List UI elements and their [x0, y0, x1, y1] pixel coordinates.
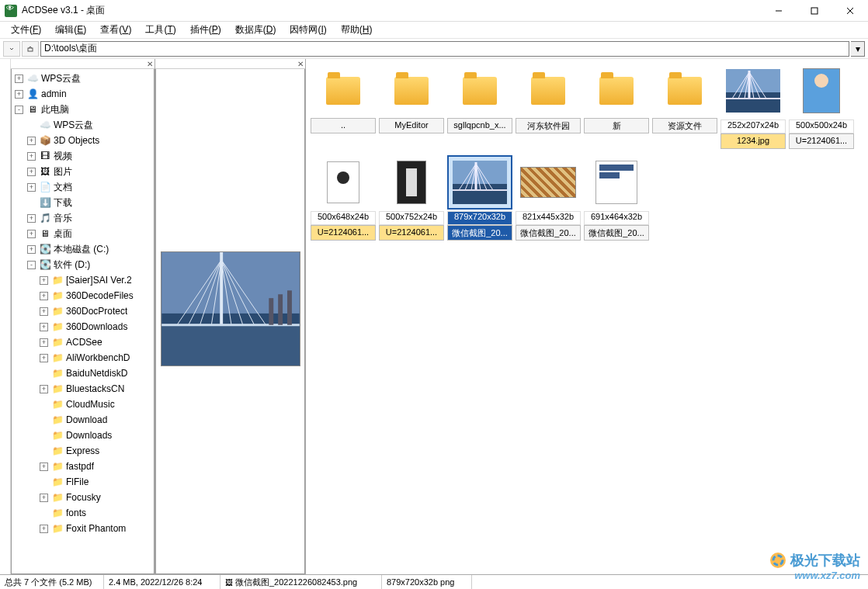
- thumb-filename: 1234.jpg: [720, 133, 786, 149]
- thumb-image[interactable]: [447, 155, 512, 210]
- expand-icon[interactable]: +: [27, 168, 36, 176]
- left-dock-strip[interactable]: [0, 59, 11, 574]
- menu-item-v[interactable]: 查看(V): [94, 22, 137, 38]
- preview-panel-close[interactable]: ✕: [297, 60, 304, 68]
- expand-icon[interactable]: +: [40, 525, 48, 533]
- thumb-item[interactable]: 新: [584, 64, 649, 149]
- tree-node[interactable]: +🖼图片: [12, 164, 154, 179]
- thumb-image[interactable]: [379, 155, 444, 210]
- thumb-item[interactable]: sgllqpcnb_x...: [447, 64, 512, 149]
- collapse-icon[interactable]: -: [15, 106, 23, 114]
- thumb-image[interactable]: [379, 64, 444, 118]
- expand-icon[interactable]: +: [15, 90, 23, 99]
- address-input[interactable]: [40, 41, 849, 57]
- thumb-item[interactable]: 500x500x24bU=2124061...: [789, 64, 854, 149]
- addr-up-button[interactable]: [22, 41, 39, 57]
- tree-node[interactable]: +🎵音乐: [12, 210, 154, 226]
- tree-node[interactable]: +📁[Saier]SAI Ver.2: [12, 272, 154, 288]
- maximize-button[interactable]: [797, 0, 832, 22]
- expand-icon[interactable]: +: [40, 276, 48, 285]
- menu-item-i[interactable]: 因特网(I): [283, 22, 332, 38]
- thumb-item[interactable]: 500x648x24bU=2124061...: [311, 155, 376, 241]
- thumb-item[interactable]: 879x720x32b微信截图_20...: [447, 155, 512, 241]
- thumb-image[interactable]: [311, 64, 376, 118]
- preview-image[interactable]: [161, 251, 300, 366]
- tree-node[interactable]: +🖥桌面: [12, 226, 154, 241]
- thumb-item[interactable]: 252x207x24b1234.jpg: [720, 64, 786, 149]
- tree-node[interactable]: 📁fonts: [12, 505, 154, 521]
- tree-node[interactable]: 📁FlFile: [12, 474, 154, 490]
- expand-icon[interactable]: +: [27, 152, 36, 161]
- thumb-item[interactable]: 691x464x32b微信截图_20...: [584, 155, 649, 241]
- collapse-icon[interactable]: -: [27, 261, 36, 269]
- expand-icon[interactable]: +: [27, 245, 36, 254]
- thumb-image[interactable]: [720, 64, 786, 118]
- tree-node[interactable]: 📁BaiduNetdiskD: [12, 366, 154, 381]
- menu-item-p[interactable]: 插件(P): [184, 22, 227, 38]
- tree-node[interactable]: +📁fastpdf: [12, 459, 154, 474]
- close-button[interactable]: [832, 0, 868, 22]
- thumb-item[interactable]: 500x752x24bU=2124061...: [379, 155, 444, 241]
- expand-icon[interactable]: +: [40, 385, 48, 393]
- thumb-image[interactable]: [584, 155, 649, 210]
- menu-item-f[interactable]: 文件(F): [5, 22, 47, 38]
- minimize-button[interactable]: [761, 0, 797, 22]
- tree-node[interactable]: 📁Express: [12, 443, 154, 459]
- expand-icon[interactable]: +: [27, 214, 36, 223]
- tree-node[interactable]: +📁360Downloads: [12, 319, 154, 334]
- expand-icon[interactable]: +: [27, 183, 36, 192]
- thumb-item[interactable]: 资源文件: [652, 64, 717, 149]
- folder-tree[interactable]: +☁️WPS云盘+👤admin-🖥此电脑☁️WPS云盘+📦3D Objects+…: [11, 69, 155, 574]
- tree-node[interactable]: +📁360DecodeFiles: [12, 288, 154, 303]
- menu-item-e[interactable]: 编辑(E): [49, 22, 92, 38]
- expand-icon[interactable]: +: [40, 323, 48, 331]
- tree-node[interactable]: 📁CloudMusic: [12, 397, 154, 412]
- menu-item-d[interactable]: 数据库(D): [229, 22, 283, 38]
- tree-node[interactable]: +📄文档: [12, 179, 154, 195]
- tree-node[interactable]: +👤admin: [12, 86, 154, 102]
- thumbnail-grid[interactable]: ..MyEditorsgllqpcnb_x...河东软件园新资源文件252x20…: [306, 59, 868, 574]
- addr-history-button[interactable]: [3, 41, 20, 57]
- expand-icon[interactable]: +: [40, 354, 48, 362]
- tree-node[interactable]: -💽软件 (D:): [12, 257, 154, 272]
- tree-node[interactable]: +💽本地磁盘 (C:): [12, 241, 154, 257]
- thumb-image[interactable]: [516, 155, 581, 210]
- thumb-image[interactable]: [311, 155, 376, 210]
- thumb-image[interactable]: [584, 64, 649, 118]
- expand-icon[interactable]: +: [15, 74, 23, 83]
- tree-node[interactable]: 📁Downloads: [12, 428, 154, 443]
- menu-item-t[interactable]: 工具(T): [139, 22, 182, 38]
- tree-node[interactable]: +📁AliWorkbenchD: [12, 350, 154, 366]
- tree-node[interactable]: +📁Focusky: [12, 490, 154, 505]
- tree-node[interactable]: +☁️WPS云盘: [12, 71, 154, 86]
- tree-node[interactable]: ☁️WPS云盘: [12, 117, 154, 133]
- expand-icon[interactable]: +: [27, 137, 36, 145]
- tree-node[interactable]: +📦3D Objects: [12, 133, 154, 148]
- tree-node[interactable]: +🎞视频: [12, 148, 154, 164]
- thumb-item[interactable]: ..: [311, 64, 376, 149]
- expand-icon[interactable]: +: [40, 494, 48, 502]
- thumb-image[interactable]: [789, 64, 854, 118]
- menu-item-h[interactable]: 帮助(H): [335, 22, 379, 38]
- tree-node[interactable]: +📁360DocProtect: [12, 303, 154, 319]
- watermark-title: 极光下载站: [790, 551, 860, 570]
- tree-node[interactable]: ⬇️下载: [12, 195, 154, 210]
- tree-node[interactable]: +📁Foxit Phantom: [12, 521, 154, 536]
- thumb-image[interactable]: [516, 64, 581, 118]
- tree-node[interactable]: +📁ACDSee: [12, 334, 154, 350]
- thumb-item[interactable]: 821x445x32b微信截图_20...: [516, 155, 581, 241]
- address-dropdown[interactable]: ▾: [851, 41, 865, 57]
- thumb-image[interactable]: [447, 64, 512, 118]
- thumb-image[interactable]: [652, 64, 717, 118]
- expand-icon[interactable]: +: [40, 338, 48, 347]
- tree-node[interactable]: -🖥此电脑: [12, 102, 154, 117]
- thumb-item[interactable]: MyEditor: [379, 64, 444, 149]
- expand-icon[interactable]: +: [40, 292, 48, 300]
- tree-node[interactable]: +📁BluestacksCN: [12, 381, 154, 397]
- tree-panel-close[interactable]: ✕: [147, 60, 153, 68]
- tree-node[interactable]: 📁Download: [12, 412, 154, 428]
- thumb-item[interactable]: 河东软件园: [516, 64, 581, 149]
- expand-icon[interactable]: +: [40, 307, 48, 316]
- expand-icon[interactable]: +: [27, 230, 36, 238]
- expand-icon[interactable]: +: [40, 463, 48, 471]
